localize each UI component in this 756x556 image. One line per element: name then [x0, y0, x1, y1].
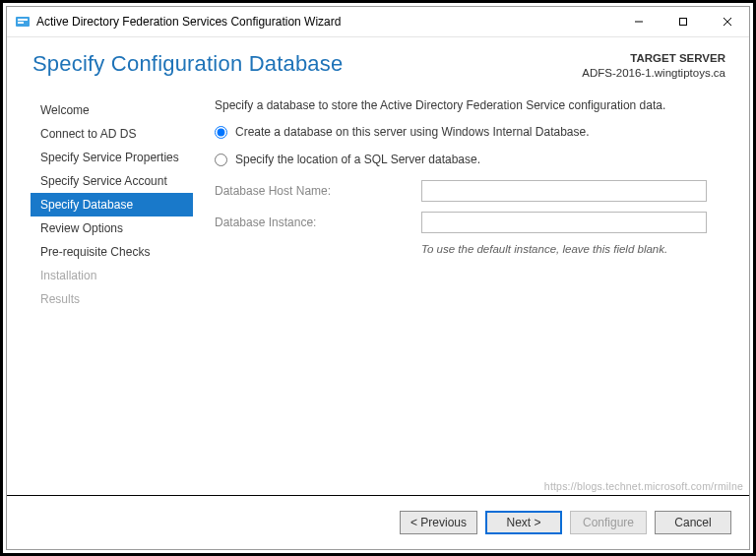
nav-prerequisite-checks[interactable]: Pre-requisite Checks	[31, 240, 193, 264]
nav-connect-ad-ds[interactable]: Connect to AD DS	[31, 122, 193, 146]
option-wid-label: Create a database on this server using W…	[235, 125, 590, 139]
wizard-footer: < Previous Next > Configure Cancel	[7, 495, 749, 549]
nav-specify-database[interactable]: Specify Database	[31, 193, 193, 216]
database-host-input[interactable]	[421, 180, 707, 202]
nav-welcome[interactable]: Welcome	[31, 98, 193, 122]
nav-results: Results	[31, 287, 193, 311]
nav-specify-service-properties[interactable]: Specify Service Properties	[31, 146, 193, 169]
next-button[interactable]: Next >	[485, 511, 562, 534]
nav-label: Specify Service Properties	[40, 151, 179, 164]
svg-rect-1	[18, 19, 28, 21]
target-server-value: ADFS-2016-1.wingtiptoys.ca	[582, 66, 725, 81]
page-title: Specify Configuration Database	[32, 51, 343, 77]
window-title: Active Directory Federation Services Con…	[36, 15, 616, 29]
button-label: Cancel	[674, 516, 711, 529]
instance-hint: To use the default instance, leave this …	[421, 243, 722, 255]
nav-review-options[interactable]: Review Options	[31, 216, 193, 240]
minimize-button[interactable]	[616, 7, 661, 36]
nav-label: Specify Service Account	[40, 174, 167, 188]
nav-label: Installation	[40, 269, 96, 282]
nav-label: Welcome	[40, 103, 90, 117]
option-sql-row[interactable]: Specify the location of a SQL Server dat…	[215, 153, 722, 166]
previous-button[interactable]: < Previous	[400, 511, 477, 534]
target-server-block: TARGET SERVER ADFS-2016-1.wingtiptoys.ca	[582, 51, 725, 81]
titlebar: Active Directory Federation Services Con…	[7, 7, 749, 37]
nav-label: Specify Database	[40, 198, 133, 212]
nav-label: Connect to AD DS	[40, 127, 136, 141]
option-sql-radio[interactable]	[215, 154, 227, 166]
button-label: < Previous	[410, 516, 467, 529]
nav-label: Results	[40, 292, 80, 306]
configure-button: Configure	[570, 511, 647, 534]
wizard-sidebar: Welcome Connect to AD DS Specify Service…	[31, 94, 193, 495]
option-wid-radio[interactable]	[215, 126, 227, 139]
nav-label: Pre-requisite Checks	[40, 245, 150, 259]
nav-installation: Installation	[31, 264, 193, 287]
instance-label: Database Instance:	[215, 216, 421, 229]
close-button[interactable]	[705, 7, 749, 36]
wizard-body: Welcome Connect to AD DS Specify Service…	[7, 89, 749, 495]
option-wid-row[interactable]: Create a database on this server using W…	[215, 125, 722, 139]
button-label: Next >	[506, 516, 540, 529]
svg-rect-2	[18, 22, 24, 24]
host-label: Database Host Name:	[215, 184, 421, 198]
database-instance-input[interactable]	[421, 212, 707, 233]
instance-row: Database Instance:	[215, 212, 722, 233]
intro-text: Specify a database to store the Active D…	[215, 98, 722, 114]
svg-rect-4	[679, 19, 686, 26]
host-row: Database Host Name:	[215, 180, 722, 202]
wizard-window: Active Directory Federation Services Con…	[6, 6, 750, 550]
button-label: Configure	[583, 516, 634, 529]
window-controls	[616, 7, 749, 36]
nav-specify-service-account[interactable]: Specify Service Account	[31, 169, 193, 193]
nav-label: Review Options	[40, 221, 123, 235]
target-server-label: TARGET SERVER	[582, 51, 725, 66]
maximize-button[interactable]	[661, 7, 705, 36]
option-sql-label: Specify the location of a SQL Server dat…	[235, 153, 480, 166]
wizard-header: Specify Configuration Database TARGET SE…	[7, 37, 749, 89]
app-icon	[15, 14, 31, 30]
wizard-content: Specify a database to store the Active D…	[193, 94, 725, 495]
cancel-button[interactable]: Cancel	[655, 511, 731, 534]
wizard-nav: Welcome Connect to AD DS Specify Service…	[31, 98, 193, 311]
